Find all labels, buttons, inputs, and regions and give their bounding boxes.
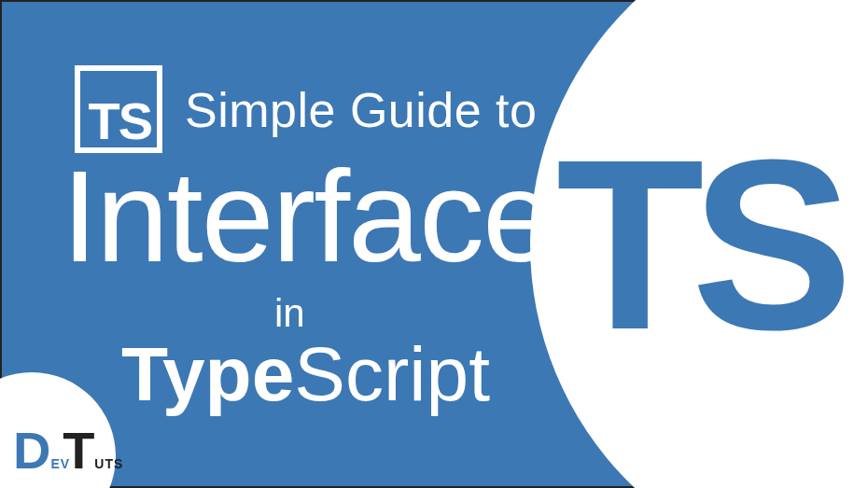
brand-d: D	[13, 435, 50, 467]
connector-text: in	[274, 291, 305, 336]
main-title: Interface	[62, 151, 553, 282]
brand-uts: UTS	[94, 456, 123, 471]
ts-badge-icon: TS	[75, 65, 162, 153]
typescript-bold: Type	[121, 331, 294, 416]
typescript-wordmark: TypeScript	[121, 336, 490, 412]
ts-badge-text: TS	[88, 95, 151, 147]
devtuts-logo: DEVTUTS	[13, 435, 123, 473]
banner-canvas: TS Simple Guide to Interface in TypeScri…	[0, 0, 868, 488]
heading-text: Simple Guide to	[185, 82, 537, 138]
brand-t: T	[63, 435, 94, 467]
typescript-light: Script	[294, 331, 490, 416]
big-ts-mark: TS	[556, 123, 840, 366]
